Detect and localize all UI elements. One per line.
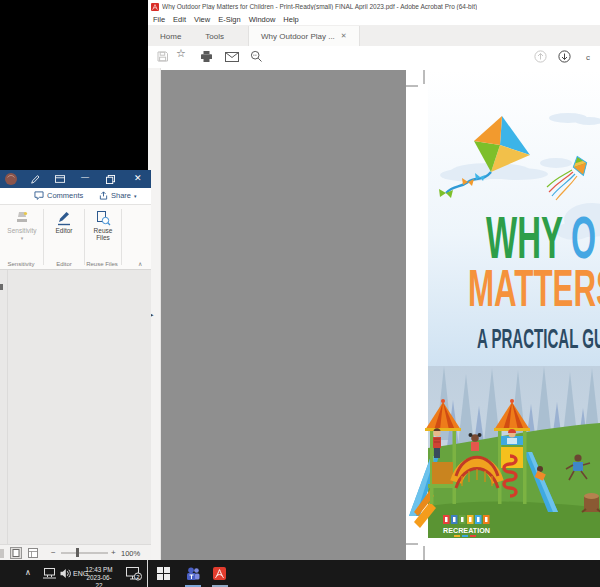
window-title: Why Outdoor Play Matters for Children - … [162, 3, 477, 10]
sensitivity-button[interactable]: Sensitivity ▾ [4, 210, 40, 241]
tray-time: 12:43 PM [84, 566, 114, 574]
ribbon-collapse-icon[interactable]: ∧ [138, 260, 142, 267]
reuse-files-button[interactable]: ReuseFiles [86, 210, 120, 242]
pdf-page[interactable]: WHY O MATTERS A PRACTICAL GUI [406, 70, 600, 560]
tab-close-icon[interactable]: ✕ [341, 32, 347, 40]
group-label-sensitivity: Sensitivity [1, 261, 41, 267]
zoom-out-button[interactable]: − [51, 548, 56, 557]
tree-stump [582, 493, 600, 512]
group-label-reuse-files: Reuse Files [82, 261, 122, 267]
sensitivity-icon [14, 210, 30, 226]
logo-text: RECREATION [443, 527, 490, 534]
taskbar: ∧ ENG 12:43 PM 2023-06-22 2 [0, 560, 600, 587]
zoom-slider-track[interactable] [61, 552, 108, 554]
tray-clock[interactable]: 12:43 PM 2023-06-22 [84, 566, 114, 587]
tab-document-label: Why Outdoor Play ... [261, 32, 335, 41]
teams-taskbar-icon[interactable] [186, 567, 200, 581]
word-titlebar[interactable]: — ✕ [0, 170, 151, 188]
editor-button[interactable]: Editor [46, 210, 82, 234]
menu-window[interactable]: Window [249, 15, 276, 24]
word-status-bar: − + 100% [0, 544, 151, 560]
toolbar-clipped-text: c [586, 53, 590, 62]
menu-edit[interactable]: Edit [173, 15, 186, 24]
email-icon[interactable] [225, 52, 239, 62]
comments-icon [34, 191, 44, 200]
save-icon[interactable] [156, 50, 169, 63]
print-layout-icon[interactable] [10, 547, 22, 559]
word-document-area[interactable] [0, 270, 151, 544]
pen-icon[interactable] [30, 174, 40, 184]
start-button[interactable] [157, 567, 170, 580]
reuse-files-icon [95, 210, 111, 226]
share-button[interactable]: Share ▾ [99, 191, 137, 200]
acrobat-toolbar: ☆ c [148, 46, 600, 69]
tray-date: 2023-06-22 [84, 574, 114, 587]
print-icon[interactable] [200, 50, 213, 63]
cover-title-matters: MATTERS [468, 259, 600, 317]
tray-monitor-icon[interactable]: 2 [126, 567, 142, 581]
word-ribbon: Sensitivity ▾ Editor ReuseFiles Sensitiv… [0, 205, 151, 270]
canvas-background [161, 70, 406, 560]
status-partial-icon [0, 549, 4, 558]
ruler-marker [0, 284, 3, 290]
restore-button[interactable] [106, 175, 115, 184]
acrobat-tab-bar: Home Tools Why Outdoor Play ... ✕ [148, 26, 600, 46]
cover-subtitle: A PRACTICAL GUI [477, 324, 600, 354]
tab-document[interactable]: Why Outdoor Play ... ✕ [248, 26, 360, 46]
group-label-editor: Editor [44, 261, 84, 267]
zoom-slider-thumb[interactable] [76, 548, 79, 557]
pdf-cover-illustration: WHY O MATTERS A PRACTICAL GUI [406, 70, 600, 560]
page-down-icon[interactable] [558, 50, 571, 63]
acrobat-document-area: ▸ [148, 68, 600, 560]
word-window: — ✕ Comments Share ▾ Sensitivity ▾ [0, 170, 151, 560]
share-icon [99, 191, 108, 200]
acrobat-taskbar-icon[interactable] [213, 567, 226, 580]
favorite-star-icon[interactable]: ☆ [176, 47, 186, 60]
tab-tools[interactable]: Tools [193, 26, 236, 46]
close-button[interactable]: ✕ [134, 173, 142, 183]
acrobat-menubar: File Edit View E-Sign Window Help [148, 13, 600, 26]
child-on-stairs [433, 428, 441, 458]
editor-icon [56, 210, 72, 226]
acrobat-window: Why Outdoor Play Matters for Children - … [148, 0, 600, 560]
zoom-in-button[interactable]: + [111, 548, 116, 557]
word-quick-actions: Comments Share ▾ [0, 188, 151, 205]
web-layout-icon[interactable] [27, 547, 39, 559]
minimize-button[interactable]: — [81, 172, 89, 181]
sensitivity-dropdown-icon: ▾ [21, 235, 24, 241]
menu-help[interactable]: Help [283, 15, 298, 24]
account-avatar[interactable] [5, 173, 17, 185]
share-dropdown-icon: ▾ [134, 193, 137, 199]
taskbar-divider [147, 560, 148, 587]
menu-view[interactable]: View [194, 15, 210, 24]
menu-esign[interactable]: E-Sign [218, 15, 241, 24]
menu-file[interactable]: File [153, 15, 165, 24]
page-up-icon[interactable] [534, 50, 547, 63]
tray-volume-icon[interactable] [60, 568, 71, 579]
comments-button[interactable]: Comments [34, 191, 83, 200]
tab-home[interactable]: Home [148, 26, 193, 46]
marquee-zoom-icon[interactable] [250, 50, 263, 63]
tray-network-icon[interactable] [43, 568, 56, 579]
tray-expand-icon[interactable]: ∧ [25, 568, 31, 577]
ribbon-display-options-icon[interactable] [55, 175, 65, 183]
zoom-percent[interactable]: 100% [121, 549, 140, 558]
desktop: Why Outdoor Play Matters for Children - … [0, 0, 600, 587]
acrobat-titlebar[interactable]: Why Outdoor Play Matters for Children - … [148, 0, 600, 13]
acrobat-logo-icon [151, 3, 159, 11]
